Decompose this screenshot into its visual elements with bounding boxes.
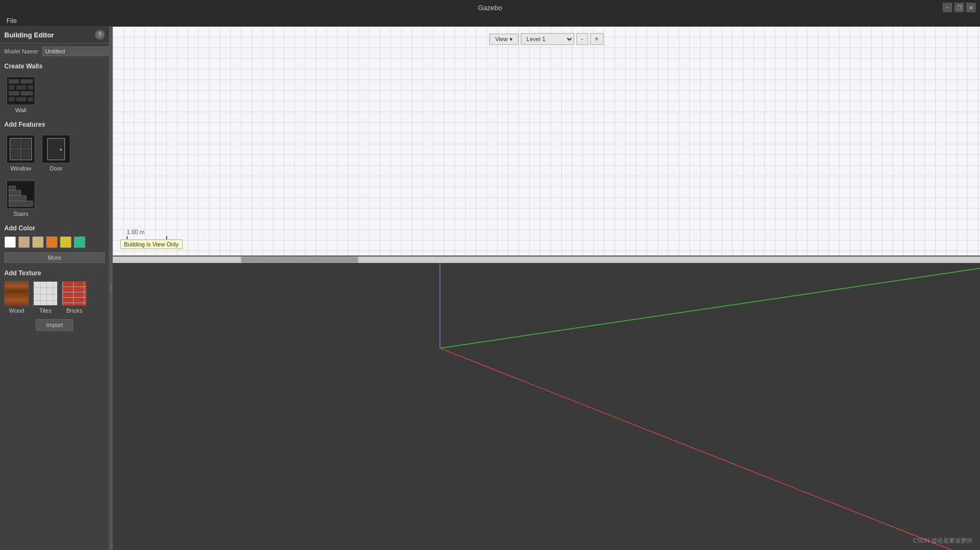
view-button-label: View [495, 36, 508, 42]
scrollbar-thumb[interactable] [241, 257, 358, 263]
svg-rect-7 [20, 91, 33, 96]
panel-title: Building Editor [4, 31, 54, 39]
svg-rect-5 [28, 85, 33, 90]
view-button[interactable]: View ▾ [489, 34, 519, 45]
svg-rect-8 [9, 97, 15, 102]
color-tan[interactable] [18, 236, 30, 248]
svg-rect-27 [9, 186, 15, 190]
svg-rect-4 [16, 85, 27, 90]
bricks-texture[interactable]: Bricks [62, 281, 87, 314]
stairs-icon [6, 180, 35, 209]
scale-label: 1.00 m [127, 229, 145, 235]
close-button[interactable]: ✕ [966, 3, 976, 12]
svg-rect-1 [9, 79, 19, 84]
window-tool-label: Window [10, 165, 31, 172]
color-swatches [0, 234, 109, 251]
watermark: CSDN @还是要追梦的 [913, 537, 973, 545]
restore-button[interactable]: ❐ [954, 3, 964, 12]
door-tool-label: Door [50, 165, 62, 172]
bricks-texture-thumb [62, 281, 87, 306]
stairs-tool[interactable]: Stairs [4, 178, 37, 219]
horizontal-scrollbar[interactable] [113, 257, 980, 263]
viewport-3d[interactable]: CSDN @还是要追梦的 [113, 263, 980, 550]
svg-rect-2 [20, 79, 33, 84]
door-tool[interactable]: Door [40, 133, 73, 174]
svg-rect-10 [28, 97, 33, 102]
color-white[interactable] [4, 236, 16, 248]
color-yellow[interactable] [60, 236, 72, 248]
svg-rect-16 [22, 140, 30, 148]
stairs-grid: Stairs [0, 176, 109, 221]
svg-rect-25 [9, 196, 26, 201]
window-controls: − ❐ ✕ [943, 3, 976, 12]
svg-rect-15 [11, 140, 20, 148]
menu-bar: File [0, 15, 980, 27]
model-name-input[interactable] [42, 47, 109, 56]
color-orange[interactable] [46, 236, 58, 248]
svg-rect-6 [9, 91, 19, 96]
window-icon [6, 135, 35, 164]
add-features-title: Add Features [0, 118, 109, 130]
create-walls-grid: Wall [0, 72, 109, 118]
add-texture-title: Add Texture [0, 266, 109, 279]
color-green[interactable] [74, 236, 85, 248]
editor-toolbar: View ▾ Level 1 Level 2 - + [489, 33, 603, 45]
stairs-tool-label: Stairs [13, 211, 28, 217]
color-khaki[interactable] [32, 236, 44, 248]
wall-tool[interactable]: Wall [4, 74, 37, 115]
editor-2d[interactable]: View ▾ Level 1 Level 2 - + 1.00 m Buildi… [113, 27, 980, 257]
svg-rect-26 [9, 190, 21, 196]
minimize-button[interactable]: − [943, 3, 952, 12]
svg-rect-17 [11, 150, 20, 159]
help-button[interactable]: ? [95, 30, 105, 40]
wood-texture[interactable]: Wood [4, 281, 29, 314]
title-bar: Gazebo − ❐ ✕ [0, 0, 980, 15]
scale-ruler: 1.00 m [127, 229, 167, 241]
svg-point-22 [60, 149, 62, 151]
wood-texture-label: Wood [9, 307, 25, 314]
view-button-arrow: ▾ [509, 36, 513, 43]
add-color-title: Add Color [0, 221, 109, 234]
right-content: View ▾ Level 1 Level 2 - + 1.00 m Buildi… [113, 27, 980, 550]
wall-icon [6, 76, 35, 105]
svg-rect-24 [9, 201, 33, 206]
svg-rect-18 [22, 150, 30, 159]
level-minus-button[interactable]: - [576, 33, 588, 45]
level-plus-button[interactable]: + [590, 33, 603, 45]
panel-header: Building Editor ? [0, 27, 109, 43]
door-icon-svg [43, 136, 69, 162]
svg-line-30 [440, 348, 980, 550]
main-layout: Building Editor ? Model Name: Create Wal… [0, 27, 980, 550]
view-only-banner: Building is View Only [120, 239, 183, 249]
svg-rect-9 [16, 97, 27, 102]
menu-file[interactable]: File [3, 16, 20, 26]
texture-grid: Wood Tiles Bricks [0, 279, 109, 316]
window-icon-svg [8, 136, 34, 162]
stairs-icon-svg [8, 182, 34, 207]
wall-icon-svg [8, 78, 34, 104]
more-colors-button[interactable]: More [4, 252, 105, 263]
wall-tool-label: Wall [15, 107, 27, 113]
axis-lines [113, 263, 980, 550]
window-tool[interactable]: Window [4, 133, 37, 174]
add-features-grid: Window Door [0, 130, 109, 176]
create-walls-title: Create Walls [0, 59, 109, 72]
wood-texture-thumb [4, 281, 29, 306]
model-name-label: Model Name: [4, 48, 39, 55]
left-panel: Building Editor ? Model Name: Create Wal… [0, 27, 109, 550]
app-title: Gazebo [478, 4, 503, 12]
tiles-texture[interactable]: Tiles [33, 281, 58, 314]
door-icon [42, 135, 70, 164]
model-name-row: Model Name: [0, 43, 109, 59]
import-button[interactable]: Import [36, 319, 73, 331]
svg-rect-3 [9, 85, 15, 90]
tiles-texture-label: Tiles [40, 307, 52, 314]
tiles-texture-thumb [33, 281, 58, 306]
svg-line-29 [440, 268, 980, 348]
bricks-texture-label: Bricks [66, 307, 82, 314]
level-select[interactable]: Level 1 Level 2 [521, 33, 574, 45]
